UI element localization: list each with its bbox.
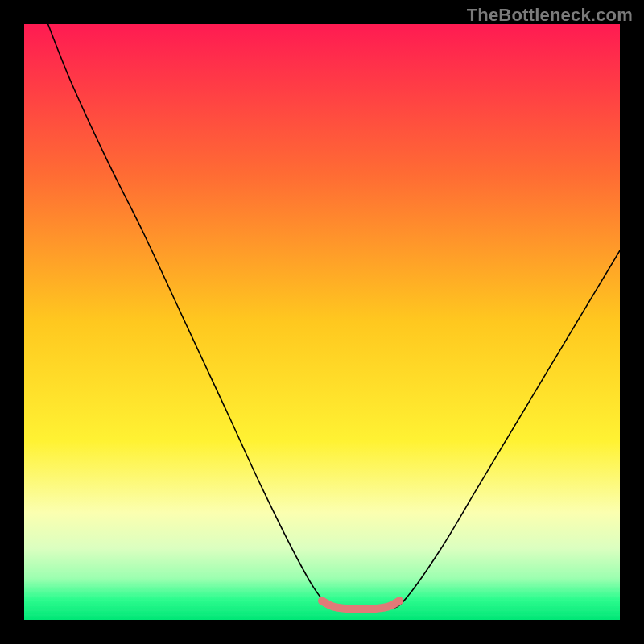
chart-container: TheBottleneck.com xyxy=(0,0,644,644)
chart-plot-area xyxy=(24,24,620,620)
chart-background xyxy=(24,24,620,620)
watermark-text: TheBottleneck.com xyxy=(467,5,633,26)
chart-svg xyxy=(24,24,620,620)
